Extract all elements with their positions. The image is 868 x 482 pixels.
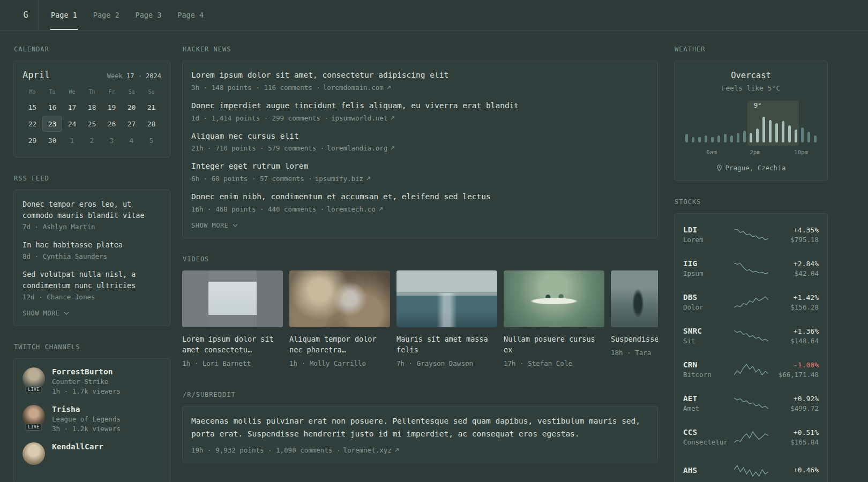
hn-item-title[interactable]: Donec enim nibh, condimentum et accumsan… (191, 191, 649, 203)
weather-bar (814, 135, 817, 142)
hn-show-more-button[interactable]: SHOW MORE (191, 222, 649, 229)
stock-change: +1.42% (769, 293, 819, 302)
chevron-down-icon (64, 312, 69, 315)
video-thumbnail[interactable] (182, 270, 283, 327)
weather-tick: 2pm (750, 149, 760, 156)
location-pin-icon (716, 164, 722, 171)
weather-bar (801, 127, 804, 142)
stock-ticker[interactable]: AHS (683, 466, 732, 475)
show-more-label: SHOW MORE (191, 222, 229, 229)
weather-bar (743, 131, 746, 142)
calendar-dow-label: Th (82, 86, 102, 99)
stock-ticker[interactable]: LDI (683, 225, 732, 234)
stock-info: DBS Dolor (683, 293, 732, 311)
rss-item-meta: 8d · Cynthia Saunders (23, 252, 161, 260)
stock-values: -1.00% $66,171.48 (769, 361, 819, 379)
hn-item: Lorem ipsum dolor sit amet, consectetur … (191, 70, 649, 92)
app-logo[interactable]: G (13, 0, 39, 30)
video-title[interactable]: Mauris sit amet massa felis (396, 334, 497, 356)
rss-item-title[interactable]: Sed volutpat nulla nisl, a condimentum n… (23, 269, 161, 291)
video-thumbnail[interactable] (611, 270, 658, 327)
weather-peak-temp: 9° (754, 102, 761, 109)
avatar[interactable]: LIVE (23, 367, 45, 390)
stock-ticker[interactable]: CRN (683, 360, 732, 369)
videos-widget: VIDEOS Lorem ipsum dolor sit amet consec… (182, 255, 658, 368)
twitch-channel-name[interactable]: Trisha (52, 405, 121, 413)
avatar[interactable]: LIVE (23, 405, 45, 427)
twitch-card: LIVE ForrestBurton Counter-Strike 1h · 1… (13, 358, 170, 482)
top-nav: G Page 1 Page 2 Page 3 Page 4 (0, 0, 868, 31)
weather-bar (730, 135, 733, 142)
rss-show-more-button[interactable]: SHOW MORE (23, 310, 161, 317)
video-title[interactable]: Aliquam tempor dolor nec pharetra… (289, 334, 390, 356)
subreddit-widget: /R/SUBREDDIT Maecenas mollis pulvinar er… (182, 391, 658, 463)
stock-info: AET Amet (683, 394, 732, 412)
weather-feels-like: Feels like 5°C (683, 84, 819, 92)
twitch-channel-name[interactable]: KendallCarr (52, 442, 103, 451)
calendar-day: 17 (62, 99, 82, 115)
tab-page-1[interactable]: Page 1 (50, 0, 78, 30)
rss-item-title[interactable]: Donec tempor eros leo, ut commodo mauris… (23, 199, 161, 221)
calendar-day: 30 (42, 132, 62, 148)
hn-item-domain-link[interactable]: loremdomain.com (323, 84, 384, 92)
rss-item: In hac habitasse platea 8d · Cynthia Sau… (23, 239, 161, 260)
calendar-day: 4 (122, 132, 141, 148)
tab-page-3[interactable]: Page 3 (135, 0, 162, 30)
video-title[interactable]: Nullam posuere cursus ex (504, 334, 604, 356)
stock-row: CCS Consectetur +0.51% $165.84 (683, 425, 819, 449)
weather-tick: 6am (706, 149, 717, 156)
hn-item-stats: 3h · 148 points · 116 comments · (191, 84, 320, 92)
avatar[interactable] (23, 442, 45, 465)
hn-item-title[interactable]: Integer eget rutrum lorem (191, 161, 649, 172)
stock-change: +0.51% (769, 428, 819, 436)
weather-bar (717, 135, 720, 142)
hn-item-title[interactable]: Donec imperdiet augue tincidunt felis al… (191, 100, 649, 112)
stock-sparkline (732, 295, 769, 309)
rss-item-title[interactable]: In hac habitasse platea (23, 239, 161, 251)
hn-item-domain-link[interactable]: ipsumworld.net (331, 114, 387, 122)
rss-item: Donec tempor eros leo, ut commodo mauris… (23, 199, 161, 231)
hn-item-domain-link[interactable]: loremlandia.org (327, 144, 387, 152)
video-title[interactable]: Lorem ipsum dolor sit amet consectetu… (182, 334, 283, 356)
tab-page-2[interactable]: Page 2 (93, 0, 120, 30)
stock-ticker[interactable]: DBS (683, 293, 732, 302)
stock-name: Amet (683, 404, 732, 412)
rss-section-title: RSS FEED (14, 175, 170, 182)
weather-bar (685, 134, 688, 142)
stock-sparkline (732, 430, 769, 444)
video-thumbnail[interactable] (396, 270, 497, 327)
external-link-icon (390, 146, 395, 150)
stock-ticker[interactable]: CCS (683, 428, 732, 436)
weather-chart: 9° (683, 101, 819, 146)
show-more-label: SHOW MORE (23, 310, 60, 317)
twitch-channel-name[interactable]: ForrestBurton (52, 367, 121, 376)
stock-ticker[interactable]: AET (683, 394, 732, 403)
hn-item-title[interactable]: Lorem ipsum dolor sit amet, consectetur … (191, 70, 649, 81)
calendar-section-title: CALENDAR (14, 46, 170, 53)
tab-page-4[interactable]: Page 4 (177, 0, 204, 30)
video-title[interactable]: Suspendisse diam (611, 334, 658, 344)
video-thumbnail[interactable] (504, 270, 604, 327)
video-thumbnail[interactable] (289, 270, 390, 327)
twitch-channel: LIVE Trisha League of Legends 3h · 1.2k … (23, 405, 161, 433)
stock-name: Dolor (683, 303, 732, 311)
weather-bar (807, 132, 810, 142)
stock-name: Sit (683, 337, 732, 345)
hn-item-domain-link[interactable]: loremtech.co (327, 205, 375, 213)
twitch-channel-info: Trisha League of Legends 3h · 1.2k viewe… (52, 405, 121, 433)
calendar-week-label: Week 17 · 2024 (107, 72, 161, 80)
subreddit-post-title[interactable]: Maecenas mollis pulvinar erat non posuer… (191, 415, 649, 441)
calendar-day: 21 (141, 99, 161, 115)
hn-item-title[interactable]: Aliquam nec cursus elit (191, 131, 649, 142)
external-link-icon (378, 207, 383, 212)
subreddit-domain-link[interactable]: loremnet.xyz (343, 446, 391, 454)
stock-ticker[interactable]: IIG (683, 259, 732, 268)
calendar-dow-label: Fr (102, 86, 122, 99)
stock-change: +0.46% (769, 466, 819, 474)
hn-item-domain-link[interactable]: ipsumify.biz (315, 175, 363, 183)
stocks-card: LDI Lorem +4.35% $795.18 IIG Ipsum (674, 213, 828, 482)
stock-price: $42.04 (769, 269, 819, 277)
stock-ticker[interactable]: SNRC (683, 327, 732, 335)
hn-item-meta: 6h · 60 points · 57 comments · ipsumify.… (191, 175, 649, 183)
weather-condition: Overcast (683, 71, 819, 80)
